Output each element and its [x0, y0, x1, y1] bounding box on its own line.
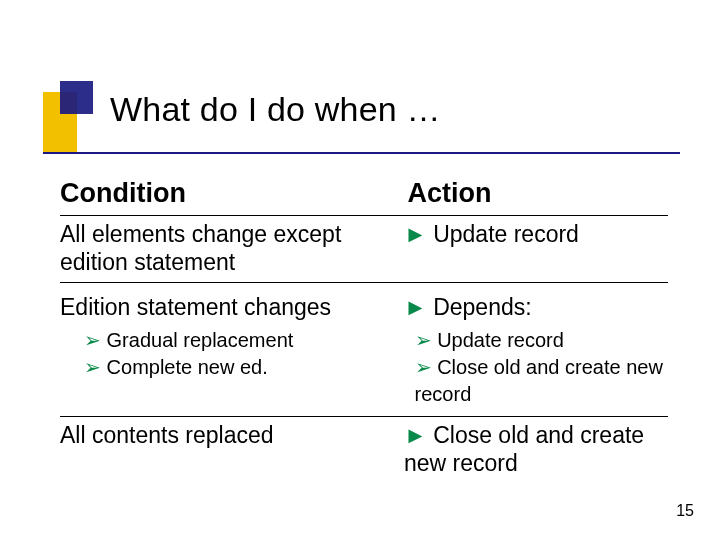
chevron-icon: ➢	[415, 329, 432, 351]
chevron-icon: ➢	[84, 356, 101, 378]
sub-action-text: Update record	[437, 329, 564, 351]
action-cell: ► Update record	[404, 220, 668, 248]
sub-action: ➢ Close old and create new record	[415, 354, 668, 408]
page-number: 15	[676, 502, 694, 520]
sub-condition: ➢ Complete new ed.	[60, 354, 415, 381]
sub-condition: ➢ Gradual replacement	[60, 327, 415, 354]
slide: What do I do when … Condition Action All…	[0, 0, 720, 540]
sub-action-text: Close old and create new record	[415, 356, 663, 405]
arrow-icon: ►	[404, 221, 427, 247]
title-wrap: What do I do when …	[110, 90, 660, 129]
action-text: Close old and create new record	[404, 422, 644, 476]
action-cell: ► Depends:	[404, 293, 668, 321]
sub-condition-text: Gradual replacement	[107, 329, 294, 351]
condition-cell: Edition statement changes	[60, 293, 404, 321]
slide-title: What do I do when …	[110, 90, 660, 129]
table-row: All contents replaced ► Close old and cr…	[60, 417, 668, 483]
sub-condition-text: Complete new ed.	[107, 356, 268, 378]
chevron-icon: ➢	[84, 329, 101, 351]
title-underline	[43, 152, 680, 154]
condition-cell: All contents replaced	[60, 421, 404, 449]
sub-row: ➢ Gradual replacement ➢ Update record	[60, 327, 668, 354]
condition-action-table: Condition Action All elements change exc…	[60, 174, 668, 483]
action-cell: ► Close old and create new record	[404, 421, 668, 477]
sub-row: ➢ Complete new ed. ➢ Close old and creat…	[60, 354, 668, 408]
row-main: Edition statement changes ► Depends:	[60, 289, 668, 327]
condition-cell: All elements change except edition state…	[60, 220, 404, 276]
table-row: Edition statement changes ► Depends: ➢ G…	[60, 283, 668, 417]
chevron-icon: ➢	[415, 356, 432, 378]
header-condition: Condition	[60, 178, 400, 209]
table-header-row: Condition Action	[60, 174, 668, 216]
accent-navy-box	[60, 81, 93, 114]
table-row: All elements change except edition state…	[60, 216, 668, 283]
arrow-icon: ►	[404, 422, 427, 448]
arrow-icon: ►	[404, 294, 427, 320]
header-action: Action	[400, 178, 668, 209]
sub-action: ➢ Update record	[415, 327, 668, 354]
action-text: Update record	[433, 221, 579, 247]
action-text: Depends:	[433, 294, 531, 320]
